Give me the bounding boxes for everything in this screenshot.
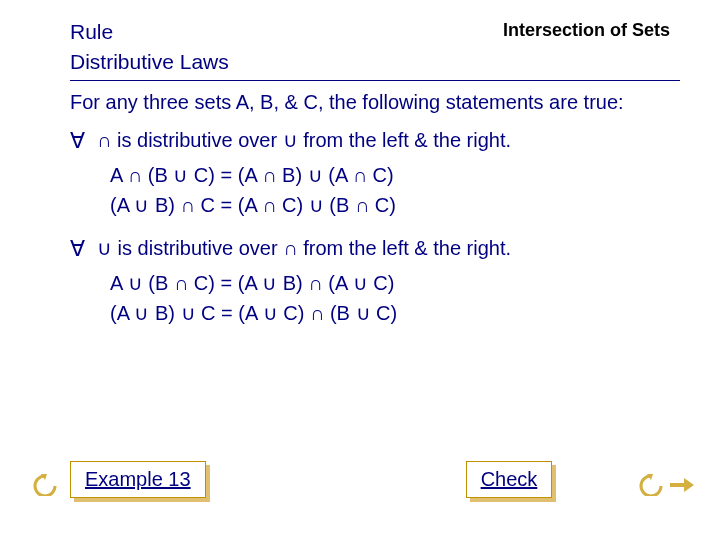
- forall-icon: ∀: [70, 236, 85, 260]
- law1-eq1: A ∩ (B ∪ C) = (A ∩ B) ∪ (A ∩ C): [110, 160, 680, 190]
- nav-back-icon[interactable]: [32, 474, 58, 496]
- nav-back-icon[interactable]: [638, 474, 664, 496]
- rule-label: Rule: [70, 20, 113, 44]
- cap-symbol: ∩: [97, 129, 111, 151]
- cap-symbol: ∩: [283, 237, 297, 259]
- forall-icon: ∀: [70, 128, 85, 152]
- law2-eq2: (A ∪ B) ∪ C = (A ∪ C) ∩ (B ∪ C): [110, 298, 680, 328]
- cup-symbol: ∪: [283, 129, 298, 151]
- law2-eq1: A ∪ (B ∩ C) = (A ∪ B) ∩ (A ∪ C): [110, 268, 680, 298]
- example-button[interactable]: Example 13: [70, 461, 206, 498]
- topic-title: Intersection of Sets: [503, 20, 670, 41]
- law1-text-a: is distributive over: [117, 129, 277, 151]
- law2-text-a: is distributive over: [118, 237, 278, 259]
- divider: [70, 80, 680, 81]
- law1-text-b: from the left & the right.: [303, 129, 511, 151]
- law2-text-b: from the left & the right.: [303, 237, 511, 259]
- check-button[interactable]: Check: [466, 461, 553, 498]
- law1-eq2: (A ∪ B) ∩ C = (A ∩ C) ∪ (B ∩ C): [110, 190, 680, 220]
- subtitle: Distributive Laws: [70, 50, 680, 74]
- nav-forward-icon[interactable]: [668, 474, 694, 496]
- law2-statement: ∪ is distributive over ∩ from the left &…: [97, 236, 511, 260]
- law-block-1: ∀ ∩ is distributive over ∪ from the left…: [70, 128, 680, 220]
- law1-statement: ∩ is distributive over ∪ from the left &…: [97, 128, 511, 152]
- cup-symbol: ∪: [97, 237, 112, 259]
- law-block-2: ∀ ∪ is distributive over ∩ from the left…: [70, 236, 680, 328]
- intro-text: For any three sets A, B, & C, the follow…: [70, 91, 680, 114]
